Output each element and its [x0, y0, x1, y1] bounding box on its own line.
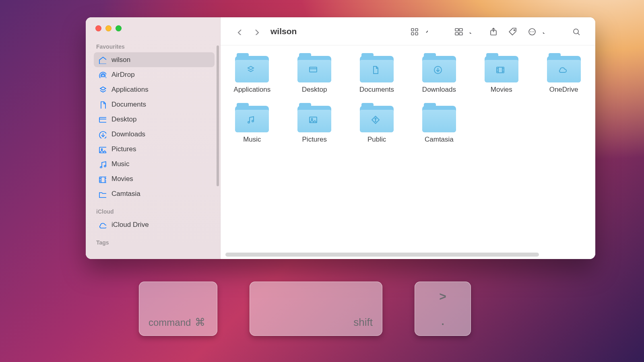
sidebar-item-movies[interactable]: Movies — [94, 171, 215, 186]
movies-icon — [98, 175, 107, 183]
key-shift-label: shift — [353, 316, 373, 329]
sidebar-item-label: AirDrop — [111, 71, 135, 79]
share-icon — [489, 27, 497, 36]
group-icon — [454, 27, 463, 36]
folder-icon — [422, 56, 456, 82]
horizontal-scrollbar[interactable] — [225, 253, 539, 257]
folder-item-pictures[interactable]: Pictures — [296, 106, 333, 144]
key-command-label: command — [149, 317, 191, 328]
folder-item-desktop[interactable]: Desktop — [296, 56, 333, 94]
share-button[interactable] — [485, 25, 501, 38]
folder-icon — [422, 106, 456, 132]
sidebar-item-label: Music — [111, 160, 129, 168]
fullscreen-button[interactable] — [116, 25, 122, 31]
tags-button[interactable] — [504, 25, 520, 38]
folder-label: Music — [243, 136, 261, 144]
sidebar-item-label: iCloud Drive — [111, 221, 149, 229]
sidebar-section-favourites: Favourites — [94, 42, 215, 52]
main-pane: wilson — [221, 17, 595, 259]
sidebar-item-label: Desktop — [111, 115, 136, 123]
sidebar-scrollbar[interactable] — [217, 45, 219, 186]
folder-item-applications[interactable]: Applications — [233, 56, 271, 94]
tag-icon — [508, 27, 517, 36]
grid-view-icon — [410, 27, 419, 36]
folder-label: Pictures — [302, 136, 327, 144]
forward-button[interactable] — [249, 25, 262, 38]
folder-item-camtasia[interactable]: Camtasia — [421, 106, 458, 144]
chevron-updown-icon — [423, 29, 428, 34]
folder-label: Movies — [491, 86, 512, 94]
music-icon — [98, 160, 107, 169]
folder-icon — [360, 106, 394, 132]
download-icon — [98, 130, 107, 139]
sidebar-item-label: Applications — [111, 86, 149, 94]
sidebar: Favourites wilsonAirDropApplicationsDocu… — [86, 17, 221, 259]
sidebar-section-tags: Tags — [94, 238, 215, 248]
doc-icon — [98, 100, 107, 109]
minimize-button[interactable] — [105, 25, 111, 31]
folder-item-public[interactable]: Public — [358, 106, 396, 144]
folder-label: Downloads — [422, 86, 456, 94]
sidebar-item-label: Movies — [111, 175, 133, 183]
folder-icon — [360, 56, 394, 82]
sidebar-item-desktop[interactable]: Desktop — [94, 112, 215, 127]
search-button[interactable] — [568, 25, 584, 38]
folder-label: Public — [367, 136, 386, 144]
sidebar-item-label: Downloads — [111, 130, 145, 138]
sidebar-item-wilson[interactable]: wilson — [94, 52, 215, 67]
sidebar-item-music[interactable]: Music — [94, 156, 215, 171]
keyboard-overlay: command ⌘ shift > . — [0, 282, 644, 336]
home-icon — [98, 56, 107, 64]
key-command: command ⌘ — [139, 282, 217, 336]
sidebar-item-camtasia[interactable]: Camtasia — [94, 186, 215, 201]
folder-item-documents[interactable]: Documents — [358, 56, 396, 94]
folder-icon — [547, 56, 581, 82]
sidebar-item-airdrop[interactable]: AirDrop — [94, 67, 215, 82]
folder-item-downloads[interactable]: Downloads — [421, 56, 458, 94]
folder-icon — [235, 106, 269, 132]
sidebar-section-icloud: iCloud — [94, 207, 215, 217]
folder-icon — [297, 106, 331, 132]
window-controls — [94, 25, 215, 31]
close-button[interactable] — [95, 25, 101, 31]
content-area[interactable]: Applications Desktop Documents Downloads — [221, 45, 595, 259]
folder-icon — [297, 56, 331, 82]
folder-icon — [485, 56, 518, 82]
folder-item-music[interactable]: Music — [233, 106, 271, 144]
sidebar-item-icloud-drive[interactable]: iCloud Drive — [94, 217, 215, 232]
key-symbol-bottom: . — [441, 315, 444, 328]
folder-icon — [98, 189, 107, 198]
cloud-icon — [98, 220, 107, 229]
apps-icon — [98, 85, 107, 94]
more-actions-button[interactable] — [524, 25, 545, 38]
pictures-icon — [98, 145, 107, 154]
key-period: > . — [415, 282, 471, 336]
folder-item-movies[interactable]: Movies — [483, 56, 520, 94]
view-mode-button[interactable] — [406, 25, 428, 38]
window-title: wilson — [270, 27, 297, 36]
folder-label: Camtasia — [425, 136, 454, 144]
group-by-button[interactable] — [450, 25, 472, 38]
chevron-down-icon — [541, 29, 545, 34]
sidebar-item-label: Camtasia — [111, 190, 140, 198]
folder-icon — [235, 56, 269, 82]
folder-label: Desktop — [302, 86, 327, 94]
sidebar-item-pictures[interactable]: Pictures — [94, 142, 215, 156]
chevron-down-icon — [467, 29, 472, 34]
key-symbol-top: > — [439, 290, 446, 303]
sidebar-item-downloads[interactable]: Downloads — [94, 127, 215, 142]
sidebar-item-documents[interactable]: Documents — [94, 97, 215, 112]
sidebar-item-label: Documents — [111, 101, 146, 109]
back-button[interactable] — [232, 25, 246, 38]
folder-label: Documents — [359, 86, 394, 94]
more-icon — [527, 27, 536, 36]
sidebar-item-applications[interactable]: Applications — [94, 82, 215, 97]
folder-label: Applications — [234, 86, 271, 94]
key-shift: shift — [250, 282, 382, 336]
command-symbol-icon: ⌘ — [195, 316, 205, 329]
folder-label: OneDrive — [549, 86, 578, 94]
folder-item-onedrive[interactable]: OneDrive — [545, 56, 582, 94]
airdrop-icon — [98, 70, 107, 79]
search-icon — [572, 27, 580, 36]
sidebar-item-label: Pictures — [111, 145, 136, 153]
